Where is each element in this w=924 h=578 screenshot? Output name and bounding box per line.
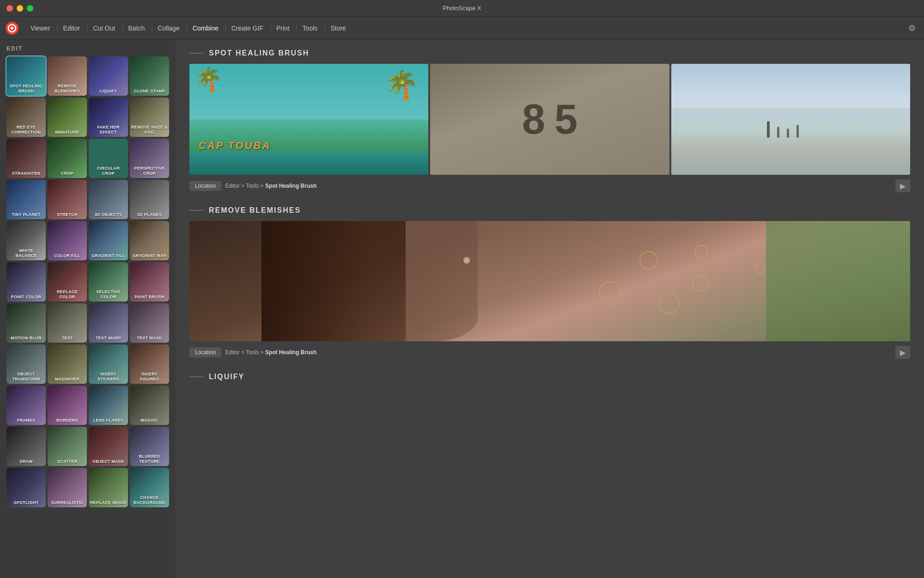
tool-tile-text-mask[interactable]: TEXT MASK [130,303,169,343]
location-path-1: Editor > Tools > Spot Healing Brush [225,183,316,189]
section-title-liquify: LIQUIFY [209,373,244,381]
tool-tile-straighten[interactable]: STRAIGHTEN [6,139,46,178]
tool-tile-text-warp[interactable]: TEXT WARP [89,303,128,343]
maximize-button[interactable] [27,5,33,12]
tool-tile-insert-figures[interactable]: INSERT FIGURES [130,344,169,384]
section-line-3 [189,376,203,377]
tool-tile-lens-flares[interactable]: LENS FLARES [89,386,128,425]
menu-cutout[interactable]: Cut Out [86,22,122,35]
tool-tile-3d-planes[interactable]: 3D PLANES [130,180,169,219]
tool-tile-remove-blemishes[interactable]: REMOVE BLEMISHES [48,56,87,96]
tool-tile-motion-blur[interactable]: MOTION BLUR [6,303,46,343]
section-spot-healing: SPOT HEALING BRUSH 🌴 🌴 CAP TOUBA [189,49,910,192]
tool-tile-text[interactable]: TEXT [48,303,87,343]
spot-image-3 [671,64,910,175]
tool-tile-3d-objects[interactable]: 3D OBJECTS [89,180,128,219]
tool-tile-spot-healing[interactable]: SPOT HEALING BRUSH [6,56,46,96]
tool-tile-tiny-planet[interactable]: TINY PLANET [6,180,46,219]
tool-tile-white-balance[interactable]: WHITE BALANCE [6,221,46,260]
menu-viewer[interactable]: Viewer [24,22,57,35]
menu-editor[interactable]: Editor [57,22,87,35]
tool-tile-circular-crop[interactable]: CIRCULAR CROP [89,139,128,178]
location-btn-1[interactable]: Location [189,181,221,191]
sidebar-title: EDIT [6,45,169,52]
location-bar-2: Location Editor > Tools > Spot Healing B… [189,346,910,359]
blemish-image [189,221,910,341]
tool-tile-haze-fog[interactable]: REMOVE HAZE & FOG [130,98,169,137]
section-header-blemish: REMOVE BLEMISHES [189,206,910,215]
tool-tile-scatter[interactable]: SCATTER [48,427,87,466]
tool-tile-point-color[interactable]: POINT COLOR [6,262,46,301]
tool-tile-gradient-map[interactable]: GRADIENT MAP [130,221,169,260]
location-path-2: Editor > Tools > Spot Healing Brush [225,349,316,356]
tool-tile-surrealistic[interactable]: SURREALISTIC [48,468,87,507]
tool-tile-borders[interactable]: BORDERS [48,386,87,425]
menu-tools[interactable]: Tools [296,22,324,35]
close-button[interactable] [6,5,13,12]
titlebar: PhotoScape X [0,0,924,17]
menu-combine[interactable]: Combine [186,22,225,35]
app-logo[interactable] [5,21,19,36]
tool-tile-miniature[interactable]: MINIATURE [48,98,87,137]
svg-point-2 [11,27,13,30]
settings-gear-icon[interactable]: ⚙ [905,21,919,36]
tool-tile-clone-stamp[interactable]: CLONE STAMP [130,56,169,96]
spot-healing-images: 🌴 🌴 CAP TOUBA 8 5 [189,64,910,175]
tool-tile-paint-brush[interactable]: PAINT BRUSH [130,262,169,301]
titlebar-buttons [6,5,33,12]
menu-gif[interactable]: Create GIF [225,22,270,35]
play-btn-1[interactable]: ▶ [895,179,910,192]
tool-tile-color-fill[interactable]: COLOR FILL [48,221,87,260]
section-header-liquify: LIQUIFY [189,373,910,381]
tool-tile-replace-color[interactable]: REPLACE COLOR [48,262,87,301]
tool-tile-replace-image[interactable]: REPLACE IMAGE [89,468,128,507]
section-title-spot: SPOT HEALING BRUSH [209,49,309,57]
window-title: PhotoScape X [443,5,481,12]
tool-tile-spotlight[interactable]: SPOTLIGHT [6,468,46,507]
tool-tile-mosaic[interactable]: MOSAIC [130,386,169,425]
main-layout: EDIT SPOT HEALING BRUSHREMOVE BLEMISHESL… [0,40,924,578]
tool-tile-perspective-crop[interactable]: PERSPECTIVE CROP [130,139,169,178]
tools-grid: SPOT HEALING BRUSHREMOVE BLEMISHESLIQUIF… [6,56,169,507]
tool-tile-red-eye[interactable]: RED EYE CORRECTION [6,98,46,137]
section-header-spot: SPOT HEALING BRUSH [189,49,910,57]
tool-tile-frames[interactable]: FRAMES [6,386,46,425]
tool-tile-liquify[interactable]: LIQUIFY [89,56,128,96]
play-btn-2[interactable]: ▶ [895,346,910,359]
tool-tile-blurred-texture[interactable]: BLURRED TEXTURE [130,427,169,466]
location-btn-2[interactable]: Location [189,347,221,357]
tool-tile-object-transform[interactable]: OBJECT TRANSFORM [6,344,46,384]
sidebar: EDIT SPOT HEALING BRUSHREMOVE BLEMISHESL… [0,40,176,578]
location-bar-1: Location Editor > Tools > Spot Healing B… [189,179,910,192]
tool-tile-draw[interactable]: DRAW [6,427,46,466]
menu-print[interactable]: Print [270,22,296,35]
tool-tile-magnifier[interactable]: MAGNIFIER [48,344,87,384]
menu-batch[interactable]: Batch [122,22,151,35]
tool-tile-gradient-fill[interactable]: GRADIENT FILL [89,221,128,260]
section-liquify: LIQUIFY [189,373,910,381]
section-remove-blemishes: REMOVE BLEMISHES [189,206,910,359]
menubar: Viewer Editor Cut Out Batch Collage Comb… [0,17,924,40]
section-line-2 [189,210,203,211]
tool-tile-object-mask[interactable]: OBJECT MASK [89,427,128,466]
tool-tile-crop[interactable]: CROP [48,139,87,178]
tool-tile-fake-hdr[interactable]: FAKE HDR EFFECT [89,98,128,137]
spot-image-2: 8 5 [430,64,669,175]
section-title-blemish: REMOVE BLEMISHES [209,206,301,215]
tool-tile-selective-color[interactable]: SELECTIVE COLOR [89,262,128,301]
minimize-button[interactable] [17,5,23,12]
tool-tile-stretch[interactable]: STRETCH [48,180,87,219]
tool-tile-insert-stickers[interactable]: INSERT STICKERS [89,344,128,384]
menu-collage[interactable]: Collage [151,22,186,35]
spot-image-1: 🌴 🌴 CAP TOUBA [189,64,428,175]
content-area: SPOT HEALING BRUSH 🌴 🌴 CAP TOUBA [176,40,924,578]
section-line [189,53,203,54]
tool-tile-change-background[interactable]: CHANGE BACKGROUND [130,468,169,507]
menu-store[interactable]: Store [324,22,352,35]
